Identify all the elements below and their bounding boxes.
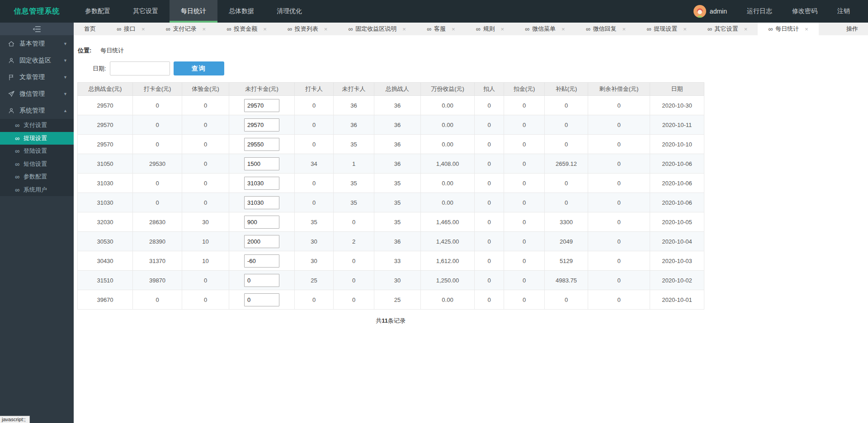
tab-item[interactable]: ∞ 规则 × — [465, 23, 514, 35]
sidebar-collapse-button[interactable] — [0, 23, 74, 35]
cell: 30 — [295, 251, 334, 271]
infinity-icon: ∞ — [646, 26, 651, 32]
sidebar-subitem[interactable]: ∞ 系统用户 — [0, 183, 74, 197]
close-icon[interactable]: × — [623, 26, 626, 33]
navbar-action[interactable]: 运行日志 — [737, 0, 782, 23]
user-icon — [8, 57, 15, 64]
close-icon[interactable]: × — [142, 26, 145, 33]
tab-item[interactable]: 首页 — [74, 23, 106, 35]
tab-item[interactable]: ∞ 提现设置 × — [636, 23, 697, 35]
send-icon — [8, 90, 15, 98]
sidebar-group[interactable]: 微信管理 ▼ — [0, 85, 74, 102]
tab-item[interactable]: ∞ 固定收益区说明 × — [338, 23, 416, 35]
chevron-icon: ▲ — [63, 108, 67, 113]
sidebar-group[interactable]: 固定收益区 ▼ — [0, 52, 74, 69]
cell: 1,425.00 — [421, 232, 475, 251]
sidebar-subitem[interactable]: ∞ 登陆设置 — [0, 145, 74, 158]
navbar-item[interactable]: 其它设置 — [122, 0, 170, 23]
cell: 0 — [545, 115, 588, 135]
close-icon[interactable]: × — [203, 26, 206, 33]
navbar-item[interactable]: 参数配置 — [74, 0, 122, 23]
close-icon[interactable]: × — [683, 26, 687, 33]
close-icon[interactable]: × — [324, 26, 328, 33]
cell: 30430 — [78, 251, 133, 271]
sidebar-group[interactable]: 系统管理 ▲ — [0, 102, 74, 119]
home-icon — [8, 40, 15, 47]
column-header: 总挑战人 — [374, 83, 421, 96]
tab-item[interactable]: ∞ 微信回复 × — [576, 23, 637, 35]
undaka-amount-input[interactable] — [244, 177, 279, 190]
undaka-amount-input[interactable] — [244, 254, 279, 268]
tab-item[interactable]: ∞ 每日统计 × — [758, 23, 819, 35]
tab-item[interactable]: ∞ 投资金额 × — [216, 23, 277, 35]
cell: 1,250.00 — [421, 271, 475, 290]
sidebar-group[interactable]: 基本管理 ▼ — [0, 35, 74, 52]
cell: 35 — [334, 174, 374, 193]
cell: 0 — [182, 193, 229, 212]
undaka-amount-input[interactable] — [244, 157, 279, 170]
column-header: 打卡金(元) — [133, 83, 182, 96]
cell: 30 — [374, 271, 421, 290]
close-icon[interactable]: × — [561, 26, 565, 33]
tab-operations-button[interactable]: 操作 — [836, 23, 868, 35]
navbar-item[interactable]: 总体数据 — [217, 0, 265, 23]
undaka-amount-input[interactable] — [244, 118, 279, 132]
cell: 1,612.00 — [421, 251, 475, 271]
cell: 10 — [182, 251, 229, 271]
navbar-action[interactable]: 注销 — [827, 0, 860, 23]
cell: 30 — [182, 212, 229, 232]
undaka-amount-input[interactable] — [244, 196, 279, 209]
breadcrumb: 位置:每日统计 — [78, 47, 868, 55]
cell: 35 — [374, 193, 421, 212]
sidebar-subitem[interactable]: ∞ 支付设置 — [0, 119, 74, 132]
undaka-amount-input[interactable] — [244, 274, 279, 287]
query-button[interactable]: 查询 — [174, 61, 224, 75]
cell: 39870 — [133, 271, 182, 290]
undaka-amount-input[interactable] — [244, 138, 279, 151]
column-header: 扣人 — [475, 83, 504, 96]
navbar-item[interactable]: 每日统计 — [170, 0, 217, 23]
undaka-amount-input[interactable] — [244, 293, 279, 306]
undaka-amount-input[interactable] — [244, 235, 279, 248]
cell: 2020-10-06 — [650, 193, 704, 212]
sidebar-subitem[interactable]: ∞ 提现设置 — [0, 132, 74, 145]
user-menu[interactable]: admin — [684, 5, 737, 18]
close-icon[interactable]: × — [500, 26, 504, 33]
close-icon[interactable]: × — [263, 26, 267, 33]
cell: 0 — [334, 212, 374, 232]
cell: 0 — [182, 154, 229, 174]
sidebar-subitem[interactable]: ∞ 短信设置 — [0, 158, 74, 171]
cell: 0 — [588, 135, 650, 154]
chevron-icon: ▼ — [63, 75, 67, 80]
cell: 0 — [334, 271, 374, 290]
infinity-icon: ∞ — [15, 187, 19, 193]
sidebar-group[interactable]: 文章管理 ▼ — [0, 69, 74, 85]
date-input[interactable] — [110, 61, 170, 75]
cell: 35 — [334, 193, 374, 212]
tab-item[interactable]: ∞ 接口 × — [106, 23, 156, 35]
column-header: 体验金(元) — [182, 83, 229, 96]
undaka-amount-input[interactable] — [244, 99, 279, 112]
tab-item[interactable]: ∞ 支付记录 × — [156, 23, 217, 35]
sidebar-collapse-icon — [33, 26, 41, 33]
navbar-action[interactable]: 修改密码 — [782, 0, 827, 23]
close-icon[interactable]: × — [805, 26, 808, 33]
sidebar-subitem[interactable]: ∞ 参数配置 — [0, 170, 74, 183]
cell: 2020-10-06 — [650, 154, 704, 174]
cell: 36 — [374, 232, 421, 251]
cell: 0 — [545, 96, 588, 115]
tab-bar: 首页 ∞ 接口 × ∞ 支付记录 × ∞ 投资金额 × ∞ 投资列表 × ∞ 固… — [74, 23, 868, 35]
cell: 2020-10-05 — [650, 212, 704, 232]
cell: 0 — [334, 290, 374, 310]
tab-item[interactable]: ∞ 投资列表 × — [277, 23, 338, 35]
close-icon[interactable]: × — [744, 26, 748, 33]
close-icon[interactable]: × — [402, 26, 406, 33]
undaka-amount-input[interactable] — [244, 216, 279, 229]
close-icon[interactable]: × — [452, 26, 455, 33]
table-container: 总挑战金(元)打卡金(元)体验金(元)未打卡金(元)打卡人未打卡人总挑战人万份收… — [77, 82, 868, 310]
navbar-item[interactable]: 清理优化 — [265, 0, 313, 23]
tab-item[interactable]: ∞ 客服 × — [416, 23, 466, 35]
tab-item[interactable]: ∞ 微信菜单 × — [514, 23, 576, 35]
sidebar: 基本管理 ▼ 固定收益区 ▼ 文章管理 ▼ 微信管理 ▼ 系统管理 ▲ ∞ 支付… — [0, 23, 74, 423]
tab-item[interactable]: ∞ 其它设置 × — [697, 23, 758, 35]
